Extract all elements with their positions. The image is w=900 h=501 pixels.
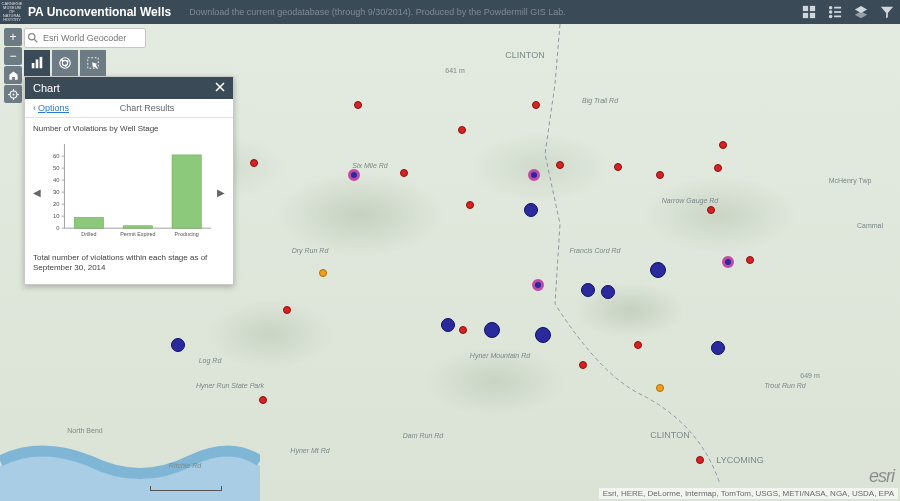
map-label: North Bend xyxy=(67,427,102,434)
locate-button[interactable] xyxy=(4,85,22,103)
map-label: Dam Run Rd xyxy=(403,432,443,439)
svg-text:60: 60 xyxy=(53,153,60,159)
well-point[interactable] xyxy=(458,126,466,134)
well-point[interactable] xyxy=(259,396,267,404)
basemap-gallery-icon[interactable] xyxy=(796,0,822,24)
well-point[interactable] xyxy=(484,322,500,338)
svg-text:40: 40 xyxy=(53,177,60,183)
zoom-in-button[interactable]: + xyxy=(4,28,22,46)
search-input[interactable] xyxy=(41,32,141,44)
well-point[interactable] xyxy=(656,171,664,179)
well-point[interactable] xyxy=(746,256,754,264)
select-widget-button[interactable] xyxy=(80,50,106,76)
zoom-controls: + − xyxy=(4,28,22,104)
search-box[interactable] xyxy=(24,28,146,48)
well-point[interactable] xyxy=(719,141,727,149)
svg-rect-9 xyxy=(834,16,841,18)
map-label: Cammal xyxy=(857,222,883,229)
map-label: CLINTON xyxy=(505,50,544,60)
well-point[interactable] xyxy=(601,285,615,299)
search-icon xyxy=(25,33,41,43)
svg-rect-18 xyxy=(36,60,39,69)
well-point[interactable] xyxy=(579,361,587,369)
filter-icon[interactable] xyxy=(874,0,900,24)
well-point[interactable] xyxy=(614,163,622,171)
well-point[interactable] xyxy=(459,326,467,334)
well-point[interactable] xyxy=(714,164,722,172)
svg-rect-46 xyxy=(172,155,201,228)
well-point[interactable] xyxy=(656,384,664,392)
analysis-widget-button[interactable] xyxy=(52,50,78,76)
map-label: McHenry Twp xyxy=(829,177,872,184)
well-point[interactable] xyxy=(283,306,291,314)
well-point[interactable] xyxy=(581,283,595,297)
chart-panel-header[interactable]: Chart xyxy=(25,77,233,99)
app-subtitle[interactable]: Download the current geodatabase (throug… xyxy=(189,7,566,17)
svg-text:Producing: Producing xyxy=(175,231,199,237)
svg-rect-19 xyxy=(40,57,43,68)
map-label: Log Rd xyxy=(199,357,222,364)
well-point[interactable] xyxy=(532,101,540,109)
zoom-out-button[interactable]: − xyxy=(4,47,22,65)
map-label: Francis Cord Rd xyxy=(570,247,621,254)
well-point[interactable] xyxy=(528,169,540,181)
widget-bar xyxy=(24,50,108,76)
svg-text:Permit Expired: Permit Expired xyxy=(120,231,155,237)
svg-point-8 xyxy=(829,15,833,19)
svg-point-23 xyxy=(67,60,69,62)
well-point[interactable] xyxy=(319,269,327,277)
well-point[interactable] xyxy=(696,456,704,464)
svg-point-14 xyxy=(12,93,14,95)
well-point[interactable] xyxy=(707,206,715,214)
well-point[interactable] xyxy=(400,169,408,177)
map-label: LYCOMING xyxy=(716,455,763,465)
well-point[interactable] xyxy=(532,279,544,291)
well-point[interactable] xyxy=(535,327,551,343)
well-point[interactable] xyxy=(556,161,564,169)
map-label: Hyner Mountain Rd xyxy=(470,352,530,359)
chart-next-button[interactable]: ▶ xyxy=(217,187,225,198)
layers-icon[interactable] xyxy=(848,0,874,24)
legend-list-icon[interactable] xyxy=(822,0,848,24)
svg-text:10: 10 xyxy=(53,213,60,219)
esri-logo: esri xyxy=(869,466,894,487)
back-caret-icon[interactable]: ‹ xyxy=(33,103,36,113)
app-title: PA Unconventional Wells xyxy=(28,5,171,19)
svg-line-16 xyxy=(34,39,37,42)
well-point[interactable] xyxy=(348,169,360,181)
museum-logo: CARNEGIE MUSEUM OF NATURAL HISTORY xyxy=(0,0,24,24)
well-point[interactable] xyxy=(250,159,258,167)
app-header: CARNEGIE MUSEUM OF NATURAL HISTORY PA Un… xyxy=(0,0,900,24)
chart-results-label: Chart Results xyxy=(69,103,225,113)
chart-area: 0102030405060DrilledPermit ExpiredProduc… xyxy=(41,137,217,247)
close-icon[interactable] xyxy=(215,82,225,94)
well-point[interactable] xyxy=(722,256,734,268)
chart-panel-title: Chart xyxy=(33,82,60,94)
well-point[interactable] xyxy=(650,262,666,278)
map-attribution: Esri, HERE, DeLorme, Intermap, TomTom, U… xyxy=(599,488,898,499)
home-extent-button[interactable] xyxy=(4,66,22,84)
map-label: Dry Run Rd xyxy=(292,247,329,254)
chart-prev-button[interactable]: ◀ xyxy=(33,187,41,198)
options-link[interactable]: Options xyxy=(38,103,69,113)
chart-panel: Chart ‹ Options Chart Results Number of … xyxy=(24,76,234,285)
well-point[interactable] xyxy=(466,201,474,209)
map-label: Six Mile Rd xyxy=(352,162,387,169)
scale-bar xyxy=(150,486,222,491)
chart-title: Number of Violations by Well Stage xyxy=(33,124,225,133)
svg-rect-3 xyxy=(810,13,815,18)
chart-widget-button[interactable] xyxy=(24,50,50,76)
well-point[interactable] xyxy=(711,341,725,355)
map-label: CLINTON xyxy=(650,430,689,440)
well-point[interactable] xyxy=(524,203,538,217)
well-point[interactable] xyxy=(634,341,642,349)
well-point[interactable] xyxy=(171,338,185,352)
map-label: Big Trail Rd xyxy=(582,97,618,104)
well-point[interactable] xyxy=(354,101,362,109)
svg-text:Drilled: Drilled xyxy=(81,231,96,237)
map-label: Hyner Mt Rd xyxy=(290,447,329,454)
svg-rect-2 xyxy=(803,13,808,18)
well-point[interactable] xyxy=(441,318,455,332)
map-label: Narrow Gauge Rd xyxy=(662,197,718,204)
svg-text:30: 30 xyxy=(53,189,60,195)
